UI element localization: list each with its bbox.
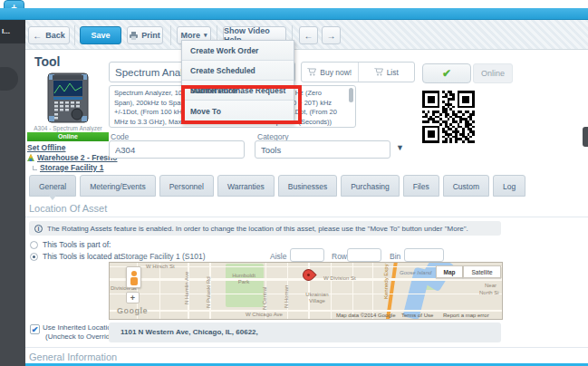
street-line [159, 263, 160, 320]
terms-of-use-link[interactable]: Terms of Use [401, 313, 433, 318]
bin-input[interactable] [404, 248, 444, 262]
inherit-label-line2: (Uncheck to Override) [45, 332, 116, 341]
map-label: W Division St [323, 275, 356, 281]
inherit-label-line1: Use Inherited Location [43, 323, 115, 332]
map-label: N Hamlin Ave [184, 272, 189, 304]
category-input[interactable] [255, 140, 390, 159]
back-label: Back [45, 31, 65, 40]
more-dropdown-menu: Create Work Order Create Scheduled Maint… [181, 40, 294, 123]
asset-detail-page: + l... ← Back Save Print More ▾ Show Vid… [0, 0, 588, 366]
online-toggle: ✔ Online [422, 63, 513, 83]
map-label: N Central [262, 287, 267, 310]
satellite-view-button[interactable]: Satellite [463, 265, 501, 278]
buy-now-label: Buy now! [320, 68, 352, 77]
back-arrow-icon: ← [33, 31, 42, 41]
tab-general[interactable]: General [29, 175, 76, 197]
map-label: Humboldt Park [229, 273, 258, 285]
online-state-label: Online [473, 63, 513, 83]
sidebar-truncated-label: l... [0, 20, 25, 43]
use-inherited-location-checkbox[interactable]: ✔ [30, 324, 40, 334]
warehouse-icon [27, 154, 34, 161]
radio-part-of[interactable] [30, 241, 38, 249]
rotating-assets-notice: i The Rotating Assets feature is enabled… [29, 221, 501, 236]
toolbar-divider [74, 25, 75, 45]
buy-now-button[interactable]: Buy now! [302, 63, 358, 82]
map-label: N Pulaski Rd [206, 276, 211, 308]
menu-item-create-work-order[interactable]: Create Work Order [182, 41, 294, 61]
shop-buttons: Buy now! List [301, 62, 415, 82]
cart-icon [374, 68, 383, 76]
section-divider [25, 217, 588, 217]
category-dropdown-icon[interactable]: ▼ [396, 143, 404, 152]
sublocation-link-row[interactable]: Storage Facility 1 [33, 163, 103, 172]
street-view-pegman-control[interactable] [126, 266, 141, 288]
tab-purchasing[interactable]: Purchasing [341, 175, 400, 197]
radio-located-at[interactable] [30, 253, 38, 261]
asset-thumb-caption: A304 - Spectrum Analyzer [27, 125, 109, 131]
park-area [226, 264, 264, 307]
map-label: Near [485, 283, 496, 288]
asset-photo[interactable] [34, 72, 101, 123]
facility-value: Storage Facility 1 (S101) [120, 252, 206, 261]
street-line [352, 263, 353, 320]
scrollbar-thumb[interactable] [349, 88, 353, 102]
status-badge: Online [27, 132, 109, 141]
map-view-button[interactable]: Map [436, 265, 463, 278]
map-label: N Homan [284, 285, 289, 308]
row-input[interactable] [347, 248, 381, 262]
tab-warranties[interactable]: Warranties [217, 175, 275, 197]
tree-elbow-icon [33, 166, 37, 170]
online-check-button[interactable]: ✔ [422, 63, 471, 83]
print-button[interactable]: Print [127, 26, 163, 44]
street-line [110, 310, 503, 312]
map-label: Ukrainian Village [302, 292, 333, 304]
menu-item-submit-purchase-request[interactable]: Submit Purchase Request [182, 81, 294, 101]
next-asset-button[interactable]: → [322, 26, 341, 44]
list-button[interactable]: List [358, 63, 415, 82]
page-title: Tool [34, 54, 61, 69]
prev-asset-button[interactable]: ← [299, 26, 318, 44]
map-label: W Chicago Ave [246, 312, 283, 317]
address-value: 1101 N Western Ave, Chicago, IL, 60622, [109, 323, 501, 342]
tab-files[interactable]: Files [403, 175, 439, 197]
toolbar-divider [170, 25, 171, 45]
row-label: Row [332, 252, 347, 261]
radio-located-at-label: This Tools is located at: [43, 252, 122, 261]
set-offline-link[interactable]: Set Offline [27, 143, 66, 152]
aisle-input[interactable] [290, 248, 324, 262]
save-button[interactable]: Save [80, 26, 121, 44]
aisle-label: Aisle [270, 252, 286, 261]
menu-item-move-to[interactable]: Move To [182, 101, 294, 122]
arrow-left-icon: ← [304, 31, 313, 41]
tab-bar: General Metering/Events Personnel Warran… [29, 175, 525, 197]
map-label: W Hirsch St [146, 264, 175, 269]
print-label: Print [141, 31, 160, 40]
sublocation-link[interactable]: Storage Facility 1 [40, 163, 103, 172]
tab-businesses[interactable]: Businesses [278, 175, 337, 197]
tab-custom[interactable]: Custom [443, 175, 489, 197]
cart-icon [307, 68, 316, 76]
right-edge-panel-tab[interactable] [583, 127, 588, 147]
pegman-icon [131, 271, 137, 276]
back-button[interactable]: ← Back [28, 26, 70, 44]
map-label: Goose Island [400, 270, 431, 275]
street-line [372, 263, 373, 320]
warehouse-link[interactable]: Warehouse 2 - Fresno [37, 153, 117, 162]
section-divider [25, 347, 588, 348]
report-map-error-link[interactable]: Report a map error [443, 313, 489, 318]
map-label: Kennedy Expy [383, 264, 389, 299]
bin-label: Bin [390, 252, 400, 261]
tab-log[interactable]: Log [493, 175, 525, 197]
code-input[interactable] [109, 140, 245, 159]
tab-metering-events[interactable]: Metering/Events [80, 175, 155, 197]
map-attribution: Map data ©2014 Google [336, 313, 395, 318]
top-blue-bar [0, 8, 588, 20]
map-zoom-in-button[interactable]: + [126, 292, 140, 303]
menu-item-create-scheduled-maintenance[interactable]: Create Scheduled Maintenance [182, 61, 294, 81]
chevron-down-icon: ▾ [204, 32, 207, 39]
location-section-heading: Location Of Asset [29, 203, 107, 214]
info-icon: i [34, 225, 43, 233]
tab-personnel[interactable]: Personnel [159, 175, 214, 197]
location-link-row[interactable]: Warehouse 2 - Fresno [27, 153, 117, 162]
map-widget[interactable]: W Hirsch St Division St N Hamlin Ave N P… [109, 262, 503, 320]
